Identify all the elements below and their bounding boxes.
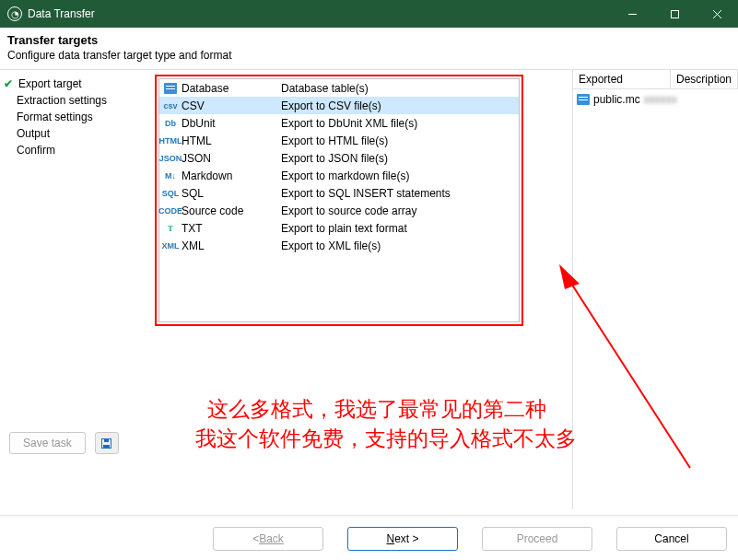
svg-rect-7 — [103, 445, 110, 448]
step-output[interactable]: Output — [0, 125, 150, 142]
format-row-markdown[interactable]: M↓ Markdown Export to markdown file(s) — [159, 167, 519, 184]
save-icon — [100, 438, 112, 449]
format-desc: Export to SQL INSERT statements — [281, 187, 519, 200]
save-task-config-button[interactable] — [95, 432, 119, 454]
format-desc: Export to source code array — [281, 204, 519, 217]
step-export-target[interactable]: ✔ Export target — [0, 76, 150, 92]
content: ✔ Export target Extraction settings Form… — [0, 69, 738, 509]
xml-icon: XML — [163, 239, 178, 253]
maximize-button[interactable] — [653, 0, 696, 28]
format-row-txt[interactable]: T TXT Export to plain text format — [159, 219, 519, 237]
format-name: Markdown — [182, 169, 281, 182]
exported-header: Exported Description — [573, 70, 738, 89]
save-task-button[interactable]: Save task — [9, 432, 86, 454]
format-name: HTML — [182, 134, 281, 147]
annotation-line-2: 我这个软件免费，支持的导入格式不太多 — [195, 426, 577, 452]
html-icon: HTML — [163, 134, 178, 148]
dbunit-icon: Db — [163, 116, 178, 131]
format-row-sql[interactable]: SQL SQL Export to SQL INSERT statements — [159, 184, 519, 202]
col-description[interactable]: Description — [671, 70, 738, 88]
step-label: Export target — [18, 77, 82, 90]
format-name: SQL — [182, 187, 281, 200]
next-label: ext > — [394, 532, 418, 545]
object-name: public.mc — [593, 93, 640, 106]
footer-separator — [0, 515, 738, 516]
check-icon: ✔ — [4, 77, 15, 90]
next-button[interactable]: Next > — [347, 527, 458, 551]
exported-object[interactable]: public.mcxxxxxx — [577, 91, 734, 108]
database-icon — [163, 81, 178, 96]
format-row-html[interactable]: HTML HTML Export to HTML file(s) — [159, 132, 519, 149]
format-name: DbUnit — [182, 117, 281, 130]
format-row-database[interactable]: Database Database table(s) — [159, 79, 519, 97]
step-confirm[interactable]: Confirm — [0, 142, 150, 158]
page-subtitle: Configure data transfer target type and … — [7, 49, 731, 62]
code-icon: CODE — [163, 204, 178, 218]
step-format-settings[interactable]: Format settings — [0, 109, 150, 125]
titlebar: ◔ Data Transfer — [0, 0, 738, 28]
page-title: Transfer targets — [7, 33, 731, 47]
format-name: CSV — [182, 99, 281, 112]
format-row-xml[interactable]: XML XML Export to XML file(s) — [159, 237, 519, 254]
format-name: TXT — [182, 222, 281, 235]
annotation-line-1: 这么多格式，我选了最常见的第二种 — [207, 397, 546, 423]
format-desc: Export to JSON file(s) — [281, 152, 519, 165]
format-row-csv[interactable]: csv CSV Export to CSV file(s) — [159, 97, 519, 114]
formats-list[interactable]: Database Database table(s) csv CSV Expor… — [158, 78, 520, 322]
cancel-button[interactable]: Cancel — [616, 527, 727, 551]
step-label: Extraction settings — [17, 94, 107, 107]
format-name: JSON — [182, 152, 281, 165]
back-button[interactable]: < Back — [213, 527, 323, 551]
svg-rect-1 — [671, 10, 678, 18]
format-desc: Export to plain text format — [281, 222, 519, 235]
step-label: Output — [17, 127, 50, 140]
exported-panel: Exported Description public.mcxxxxxx — [572, 70, 738, 509]
format-name: Database — [182, 82, 281, 95]
col-exported[interactable]: Exported — [573, 70, 671, 88]
exported-list: public.mcxxxxxx — [573, 89, 738, 509]
table-icon — [577, 94, 590, 105]
format-desc: Database table(s) — [281, 82, 519, 95]
format-row-dbunit[interactable]: Db DbUnit Export to DbUnit XML file(s) — [159, 114, 519, 132]
window-title: Data Transfer — [28, 7, 611, 20]
minimize-button[interactable] — [611, 0, 653, 28]
format-desc: Export to CSV file(s) — [281, 99, 519, 112]
object-name-blurred: xxxxxx — [644, 93, 677, 106]
back-label: Back — [259, 532, 284, 545]
format-name: Source code — [182, 204, 281, 217]
footer: < Back Next > Proceed Cancel — [0, 518, 738, 560]
step-label: Confirm — [17, 144, 55, 157]
close-button[interactable] — [696, 0, 738, 28]
format-row-json[interactable]: JSON JSON Export to JSON file(s) — [159, 149, 519, 167]
csv-icon: csv — [163, 99, 178, 113]
format-desc: Export to XML file(s) — [281, 239, 519, 252]
format-desc: Export to HTML file(s) — [281, 134, 519, 147]
format-desc: Export to DbUnit XML file(s) — [281, 117, 519, 130]
save-task-row: Save task — [9, 432, 119, 454]
app-icon: ◔ — [7, 6, 22, 21]
format-desc: Export to markdown file(s) — [281, 169, 519, 182]
step-label: Format settings — [17, 111, 93, 123]
format-row-source-code[interactable]: CODE Source code Export to source code a… — [159, 202, 519, 219]
markdown-icon: M↓ — [163, 169, 178, 183]
sql-icon: SQL — [163, 186, 178, 201]
formats-box: Database Database table(s) csv CSV Expor… — [155, 75, 523, 326]
proceed-button[interactable]: Proceed — [482, 527, 592, 551]
step-extraction-settings[interactable]: Extraction settings — [0, 92, 150, 109]
txt-icon: T — [163, 221, 178, 236]
json-icon: JSON — [163, 151, 178, 166]
header: Transfer targets Configure data transfer… — [0, 28, 738, 69]
format-name: XML — [182, 239, 281, 252]
svg-rect-8 — [104, 439, 109, 442]
